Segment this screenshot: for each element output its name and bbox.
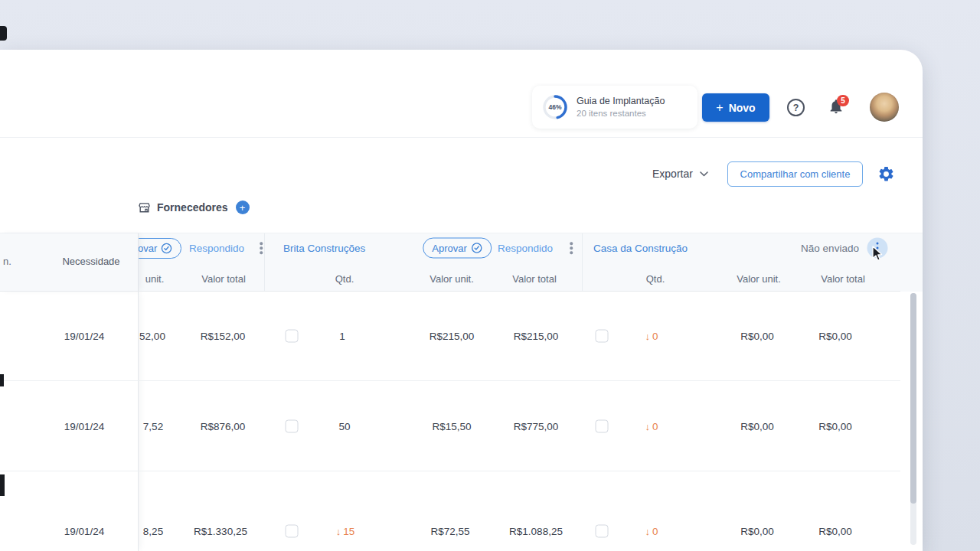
notification-count: 5 — [841, 96, 845, 105]
s2-unit-value: R$215,00 — [430, 331, 475, 342]
qty-number: 0 — [652, 331, 658, 342]
s3-qty-value: ↓ 0 — [645, 526, 658, 537]
row-checkbox[interactable] — [596, 420, 609, 433]
supplier1-menu-button[interactable] — [260, 242, 263, 254]
s3-unit-value: R$0,00 — [740, 421, 774, 432]
row-divider — [0, 471, 900, 471]
s2-qty-value: 1 — [339, 331, 345, 342]
mouse-cursor — [870, 246, 884, 266]
s1-unit-value: 52,00 — [139, 331, 165, 342]
s3-unit-value: R$0,00 — [740, 526, 774, 537]
table-header-bottom-border — [0, 291, 900, 292]
topbar-divider — [0, 137, 923, 138]
supplier3-status: Não enviado — [801, 243, 859, 254]
new-button[interactable]: + Novo — [702, 93, 769, 122]
s3-qty-column-label: Qtd. — [646, 273, 665, 285]
share-button-label: Compartilhar com cliente — [740, 168, 851, 180]
qty-number: 15 — [343, 526, 354, 537]
row-divider — [0, 380, 900, 381]
chevron-down-icon — [700, 171, 708, 177]
gear-icon — [877, 165, 895, 183]
settings-button[interactable] — [877, 165, 895, 186]
s2-total-value: R$215,00 — [514, 331, 559, 342]
approve-button-supplier2[interactable]: Aprovar — [423, 238, 492, 259]
row-checkbox[interactable] — [596, 330, 609, 343]
s1-unit-value: 8,25 — [143, 526, 163, 537]
s2-total-value: R$775,00 — [514, 421, 559, 432]
s1-total-column-label: Valor total — [201, 273, 246, 285]
plus-icon: + — [716, 102, 723, 114]
screen: { "colors": { "primary_blue": "#1765cc",… — [0, 0, 980, 551]
arrow-down-icon: ↓ — [645, 331, 650, 341]
s1-total-value: R$152,00 — [201, 331, 246, 342]
help-button[interactable]: ? — [787, 99, 805, 116]
fixed-column-header: n. Necessidade — [0, 233, 139, 292]
supplier2-status[interactable]: Respondido — [498, 243, 553, 254]
s1-total-value: R$876,00 — [201, 421, 246, 432]
export-button[interactable]: Exportar — [652, 168, 708, 180]
s3-total-value: R$0,00 — [818, 526, 852, 537]
check-circle-icon — [471, 243, 482, 254]
s3-unit-value: R$0,00 — [740, 331, 774, 342]
supplier2-menu-button[interactable] — [570, 242, 573, 254]
progress-ring: 46% — [541, 93, 569, 121]
s3-total-value: R$0,00 — [818, 331, 852, 342]
supplier3-name[interactable]: Casa da Construção — [593, 243, 688, 254]
implementation-guide-card[interactable]: 46% Guia de Implantação 20 itens restant… — [532, 86, 697, 129]
supplier-column-separator — [264, 233, 265, 292]
approve-label: ovar — [138, 243, 157, 254]
s1-unit-column-label: unit. — [145, 273, 165, 285]
guide-subtitle: 20 itens restantes — [577, 108, 665, 119]
new-button-label: Novo — [729, 102, 756, 114]
arrow-down-icon: ↓ — [645, 527, 650, 536]
question-mark-icon: ? — [793, 103, 799, 113]
s2-unit-value: R$15,50 — [432, 421, 471, 432]
s2-total-value: R$1.088,25 — [509, 526, 563, 537]
background-window-fragment — [0, 374, 4, 386]
s2-total-column-label: Valor total — [512, 273, 557, 285]
need-date: 19/01/24 — [64, 331, 105, 342]
need-column-label: Necessidade — [62, 256, 119, 267]
qty-number: 0 — [652, 526, 658, 537]
check-circle-icon — [161, 243, 172, 254]
s2-qty-column-label: Qtd. — [335, 273, 354, 285]
s1-unit-value: 7,52 — [143, 421, 163, 432]
progress-percent: 46% — [541, 93, 569, 121]
s3-unit-column-label: Valor unit. — [737, 273, 781, 285]
vertical-scrollbar-thumb[interactable] — [910, 293, 916, 504]
supplier-column-separator — [582, 233, 583, 292]
s2-unit-column-label: Valor unit. — [430, 273, 474, 285]
arrow-down-icon: ↓ — [645, 422, 650, 432]
item-column-label: n. — [3, 256, 11, 267]
notification-badge: 5 — [837, 95, 849, 106]
row-checkbox[interactable] — [596, 525, 609, 538]
need-date: 19/01/24 — [64, 421, 105, 432]
s2-unit-value: R$72,55 — [430, 526, 469, 537]
s3-qty-value: ↓ 0 — [645, 331, 658, 342]
export-label: Exportar — [652, 168, 693, 180]
suppliers-label: Fornecedores — [157, 201, 228, 214]
store-icon — [138, 201, 151, 214]
qty-number: 0 — [652, 421, 658, 432]
s3-total-value: R$0,00 — [818, 421, 852, 432]
background-window-fragment — [0, 474, 5, 496]
share-with-client-button[interactable]: Compartilhar com cliente — [727, 161, 863, 187]
need-date: 19/01/24 — [64, 526, 105, 537]
approve-label: Aprovar — [432, 243, 467, 254]
fixed-column-body: 19/01/24 19/01/24 19/01/24 — [0, 292, 139, 551]
s3-qty-value: ↓ 0 — [645, 421, 658, 432]
row-checkbox[interactable] — [286, 420, 299, 433]
row-checkbox[interactable] — [286, 330, 299, 343]
guide-texts: Guia de Implantação 20 itens restantes — [577, 95, 665, 119]
plus-icon: + — [240, 203, 246, 213]
s1-total-value: R$1.330,25 — [194, 526, 247, 537]
row-checkbox[interactable] — [286, 525, 299, 538]
user-avatar[interactable] — [870, 93, 899, 122]
supplier1-status[interactable]: Respondido — [189, 243, 244, 254]
s2-qty-value: ↓ 15 — [336, 526, 355, 537]
guide-title: Guia de Implantação — [577, 95, 665, 108]
add-supplier-button[interactable]: + — [236, 201, 250, 214]
background-window-fragment — [0, 26, 7, 41]
s3-total-column-label: Valor total — [821, 273, 865, 285]
supplier2-name[interactable]: Brita Construções — [283, 243, 365, 254]
